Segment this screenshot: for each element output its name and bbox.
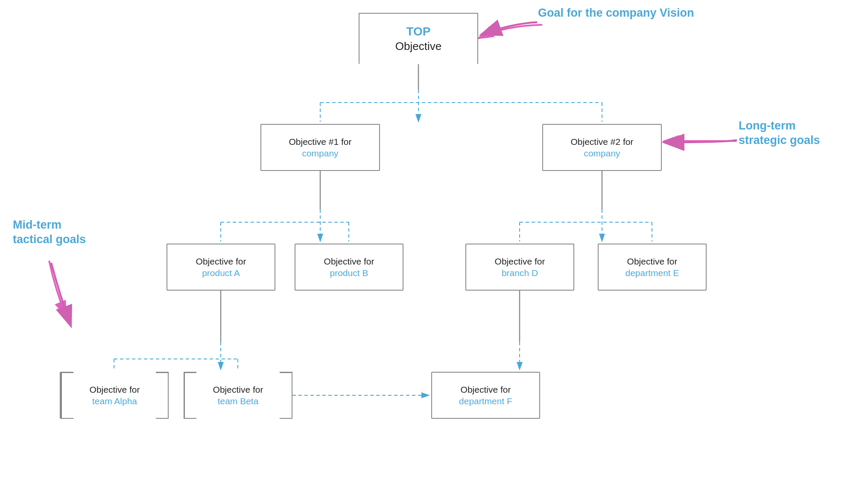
obj-product-a-node: Objective for product A bbox=[167, 244, 275, 291]
obj2-label-bottom: company bbox=[584, 147, 620, 159]
prod-b-label-top: Objective for bbox=[324, 256, 374, 267]
obj-product-b-node: Objective for product B bbox=[295, 244, 403, 291]
connector-svg bbox=[0, 0, 868, 494]
top-objective-node: TOP Objective bbox=[359, 13, 478, 64]
dept-f-label-top: Objective for bbox=[461, 384, 511, 395]
company-vision-annotation: Goal for the company Vision bbox=[538, 6, 694, 21]
obj-team-beta-node: Objective for team Beta bbox=[184, 372, 292, 419]
dept-e-label-bottom: department E bbox=[625, 267, 679, 279]
prod-a-label-bottom: product A bbox=[202, 267, 240, 279]
long-term-annotation: Long-term strategic goals bbox=[739, 119, 820, 148]
obj-team-alpha-node: Objective for team Alpha bbox=[60, 372, 169, 419]
team-beta-label-top: Objective for bbox=[213, 384, 263, 395]
dept-e-label-top: Objective for bbox=[627, 256, 678, 267]
top-label-bottom: Objective bbox=[395, 39, 441, 54]
branch-d-label-bottom: branch D bbox=[502, 267, 538, 279]
obj1-company-node: Objective #1 for company bbox=[260, 124, 380, 171]
obj1-label-top: Objective #1 for bbox=[289, 136, 351, 147]
obj2-label-top: Objective #2 for bbox=[570, 136, 633, 147]
obj1-label-bottom: company bbox=[302, 147, 338, 159]
prod-a-label-top: Objective for bbox=[196, 256, 246, 267]
diagram-container: TOP Objective Objective #1 for company O… bbox=[0, 0, 868, 494]
obj-dept-f-node: Objective for department F bbox=[431, 372, 540, 419]
mid-term-annotation: Mid-term tactical goals bbox=[13, 218, 86, 247]
prod-b-label-bottom: product B bbox=[330, 267, 368, 279]
team-beta-label-bottom: team Beta bbox=[218, 395, 259, 407]
pink-arrows-svg bbox=[0, 0, 868, 494]
obj-dept-e-node: Objective for department E bbox=[598, 244, 707, 291]
obj2-company-node: Objective #2 for company bbox=[542, 124, 662, 171]
top-label-top: TOP bbox=[406, 24, 430, 39]
dept-f-label-bottom: department F bbox=[459, 395, 512, 407]
team-alpha-label-top: Objective for bbox=[90, 384, 140, 395]
obj-branch-d-node: Objective for branch D bbox=[465, 244, 574, 291]
team-alpha-label-bottom: team Alpha bbox=[92, 395, 137, 407]
branch-d-label-top: Objective for bbox=[495, 256, 545, 267]
